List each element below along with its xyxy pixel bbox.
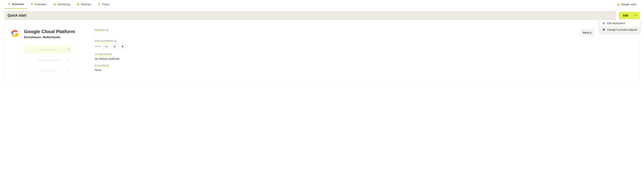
button-label: Importing data	[40, 69, 57, 72]
ca-cert-link[interactable]: My default certificate	[95, 57, 120, 60]
svg-rect-0	[8, 3, 10, 3]
menu-item-label: Edit deployment	[607, 22, 625, 25]
gear-icon	[121, 45, 124, 48]
link-icon	[67, 59, 70, 61]
svg-point-14	[636, 15, 637, 16]
tab-backups[interactable]: Backups	[74, 0, 95, 9]
open-endpoint-button[interactable]: Open endpoint	[24, 46, 73, 53]
ca-cert-label: CA CERTIFICATE	[95, 53, 112, 56]
tab-label: Policy	[102, 3, 109, 6]
tab-label: Danger zone	[621, 3, 636, 6]
svg-rect-7	[77, 4, 79, 5]
importing-data-button[interactable]: Importing data	[24, 66, 73, 74]
tab-label: Monitoring	[58, 3, 70, 6]
database-icon	[67, 48, 70, 51]
ellipsis-icon	[634, 14, 637, 17]
svg-point-13	[636, 15, 636, 16]
provider-region: Eemshaven, Netherlands	[24, 35, 75, 39]
menu-change-private-endpoint[interactable]: Change to private endpoint	[600, 26, 640, 33]
provider-column: Google Cloud Platform Eemshaven, Netherl…	[10, 29, 88, 75]
shield-icon	[602, 28, 605, 31]
tab-overview[interactable]: Overview	[4, 0, 27, 9]
reveal-password-button[interactable]	[104, 44, 110, 49]
tab-label: Examples	[35, 3, 47, 6]
edit-icon	[602, 22, 605, 25]
more-actions-button[interactable]	[632, 12, 640, 19]
quickstart-title: Quick start	[4, 11, 616, 20]
monitoring-icon	[53, 3, 56, 6]
provider-title: Google Cloud Platform	[24, 29, 75, 34]
tab-label: Overview	[12, 2, 24, 5]
deployment-card: Google Cloud Platform Eemshaven, Netherl…	[4, 23, 640, 84]
right-column: Root p	[580, 29, 634, 75]
password-settings-button[interactable]	[120, 44, 126, 49]
ip-allowlist-value: None	[95, 68, 573, 71]
svg-rect-3	[54, 3, 56, 4]
edit-button-group: Edit	[619, 12, 640, 19]
backups-icon	[77, 3, 80, 6]
info-icon[interactable]: i	[114, 40, 116, 42]
menu-item-label: Change to private endpoint	[607, 28, 637, 31]
policy-icon	[98, 3, 101, 6]
upload-icon	[67, 69, 70, 72]
copy-icon	[113, 45, 116, 48]
button-label: Open endpoint	[40, 48, 57, 51]
info-icon[interactable]: i	[106, 29, 108, 31]
endpoint-label: ENDPOINT	[95, 29, 106, 32]
details-column: ENDPOINTi - ROOT PASSWORDi *****	[95, 29, 573, 75]
root-placeholder-pill: Root p	[580, 29, 594, 36]
endpoint-value: -	[95, 33, 573, 36]
connecting-drivers-button[interactable]: Connecting drivers	[24, 56, 73, 64]
quickstart-bar: Quick start Edit	[4, 11, 640, 20]
overview-icon	[8, 2, 10, 5]
svg-point-12	[634, 15, 635, 16]
edit-button[interactable]: Edit	[619, 12, 632, 19]
button-label: Connecting drivers	[37, 59, 60, 62]
eye-icon	[105, 45, 108, 48]
tab-examples[interactable]: Examples	[27, 0, 50, 9]
tab-monitoring[interactable]: Monitoring	[50, 0, 74, 9]
more-actions-menu: Edit deployment Change to private endpoi…	[600, 20, 640, 33]
svg-rect-2	[8, 4, 10, 5]
tab-policy[interactable]: Policy	[94, 0, 112, 9]
root-password-label: ROOT PASSWORD	[95, 40, 114, 43]
tab-danger-zone[interactable]: Danger zone	[614, 0, 640, 9]
copy-password-button[interactable]	[112, 44, 118, 49]
ip-allowlist-label: IP ALLOWLIST	[95, 64, 110, 67]
svg-rect-6	[77, 3, 79, 4]
gcp-logo-icon	[10, 29, 20, 37]
warning-icon	[617, 3, 620, 6]
svg-rect-5	[54, 5, 56, 5]
menu-edit-deployment[interactable]: Edit deployment	[600, 20, 640, 26]
svg-rect-1	[8, 4, 10, 4]
svg-rect-4	[54, 4, 56, 4]
tab-label: Backups	[81, 3, 92, 6]
lightbulb-icon	[30, 3, 33, 6]
svg-point-16	[106, 46, 107, 47]
root-password-value: *****	[95, 45, 102, 48]
tabs-bar: Overview Examples Monitoring Backups Pol…	[0, 0, 644, 9]
